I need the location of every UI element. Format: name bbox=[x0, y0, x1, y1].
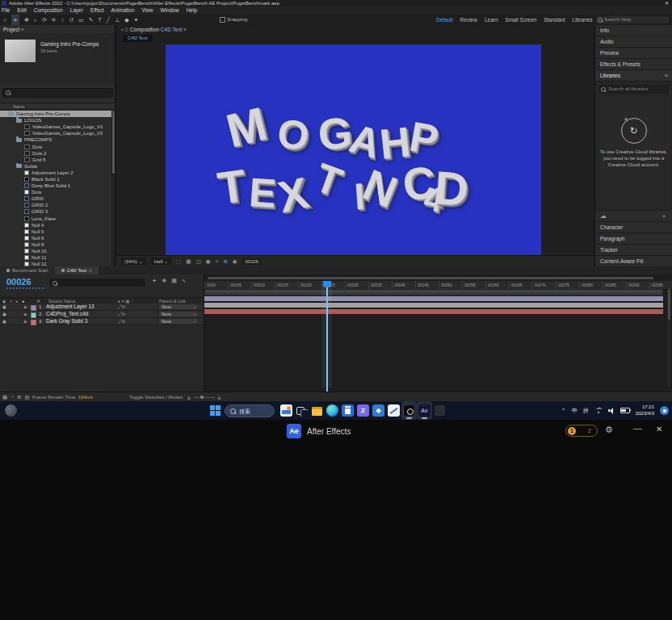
panel-tab-character[interactable]: Character bbox=[595, 222, 672, 233]
roto-brush-tool-icon[interactable]: ◆ bbox=[124, 15, 128, 25]
console-minimize-button[interactable]: — bbox=[633, 423, 642, 433]
panel-tab-tracker[interactable]: Tracker bbox=[595, 245, 672, 256]
status-icon-2[interactable]: ◔ bbox=[10, 394, 14, 400]
grid-guides-icon[interactable]: ▦ bbox=[186, 258, 191, 265]
project-item[interactable]: Dots bbox=[0, 189, 111, 195]
project-item[interactable]: Null 4 bbox=[0, 222, 111, 228]
twirl-icon[interactable]: ▶ bbox=[24, 318, 27, 325]
timeline-navigator-bar[interactable] bbox=[206, 276, 658, 279]
page-1-button[interactable]: 1 bbox=[568, 427, 576, 435]
layer-switches[interactable]: ╱ fx bbox=[118, 311, 125, 317]
volume-icon[interactable] bbox=[608, 408, 615, 414]
timeline-layer-row[interactable]: ◉▶1Adjustment Layer 13╱ fxNone bbox=[0, 304, 204, 311]
menu-composition[interactable]: Composition bbox=[34, 6, 63, 15]
workspace-review[interactable]: Review bbox=[460, 15, 477, 25]
layer-name[interactable]: C4DProj_Text.c4d bbox=[46, 311, 88, 317]
menu-edit[interactable]: Edit bbox=[17, 6, 26, 15]
active-camera-icon[interactable]: ⊕ bbox=[223, 258, 227, 265]
status-icon-1[interactable]: ▦ bbox=[2, 394, 7, 400]
snapping-toggle[interactable]: Snapping bbox=[220, 15, 247, 25]
type-tool-icon[interactable]: T bbox=[99, 15, 102, 25]
menu-view[interactable]: View bbox=[142, 6, 153, 15]
snapping-checkbox[interactable] bbox=[220, 17, 225, 23]
project-scrollbar[interactable] bbox=[111, 111, 115, 282]
battery-icon[interactable] bbox=[620, 408, 630, 413]
panel-tab-effects-presets[interactable]: Effects & Presets bbox=[595, 59, 672, 70]
timeline-layer-row[interactable]: ◉▶2C4DProj_Text.c4d╱ fxNone bbox=[0, 311, 204, 318]
timeline-toolbar-icon-1[interactable]: ✦ bbox=[152, 278, 157, 284]
ime-mode-indicator[interactable]: 拼 bbox=[583, 407, 589, 415]
project-search-input[interactable] bbox=[2, 88, 113, 98]
transparency-grid-icon[interactable]: ▣ bbox=[206, 258, 211, 265]
page-2-button[interactable]: 2 bbox=[588, 426, 591, 436]
project-item[interactable]: Dots bbox=[0, 143, 111, 149]
panel-tab-audio[interactable]: Audio bbox=[595, 36, 672, 48]
parent-link-dropdown[interactable]: None bbox=[159, 312, 198, 316]
panel-tab-paragraph[interactable]: Paragraph bbox=[595, 233, 672, 245]
status-icon-3[interactable]: ⊞ bbox=[17, 394, 21, 400]
menu-window[interactable]: Window bbox=[161, 6, 179, 15]
taskbar-search[interactable]: 搜索 bbox=[225, 404, 275, 417]
timeline-toolbar-icon-3[interactable]: ▦ bbox=[171, 278, 177, 284]
timeline-toolbar-icon-4[interactable]: ∿ bbox=[182, 278, 187, 284]
mask-toggle-icon[interactable]: ◫ bbox=[195, 258, 200, 265]
orbit-camera-tool-icon[interactable]: ⟳ bbox=[42, 15, 47, 25]
background-app-icon[interactable] bbox=[432, 401, 447, 420]
composition-panel-header[interactable]: ▪ ⚿ Composition C4D Text ≡ bbox=[116, 25, 594, 34]
notification-icon[interactable] bbox=[660, 406, 669, 415]
snapshot-icon[interactable]: ◉ bbox=[233, 258, 237, 265]
project-name-column-header[interactable]: Name bbox=[0, 103, 115, 110]
console-close-button[interactable]: ✕ bbox=[656, 425, 662, 434]
roi-icon[interactable]: ⬚ bbox=[176, 258, 181, 265]
view-layout-icon[interactable]: ⌗ bbox=[216, 258, 219, 265]
libraries-search-input[interactable]: Search all libraries bbox=[598, 85, 669, 94]
workspace-libraries[interactable]: Libraries bbox=[573, 15, 593, 25]
clone-stamp-tool-icon[interactable]: ⊥ bbox=[115, 15, 120, 25]
project-item[interactable]: GRID bbox=[0, 195, 111, 202]
workspace-learn[interactable]: Learn bbox=[485, 15, 498, 25]
timeline-current-time[interactable]: 00026 bbox=[6, 277, 32, 287]
cloud-sync-icon[interactable]: ☁ bbox=[600, 211, 607, 221]
menu-file[interactable]: File bbox=[2, 6, 10, 15]
layer-name[interactable]: Dark Gray Solid 3 bbox=[46, 318, 87, 325]
timeline-tab-c4d-text[interactable]: C4D Text≡ bbox=[55, 266, 99, 274]
after-effects-app-icon[interactable]: Ae bbox=[417, 401, 432, 420]
project-item[interactable]: Null 8 bbox=[0, 241, 111, 248]
loupedeck-app-icon[interactable] bbox=[401, 401, 417, 420]
panel-tab-libraries[interactable]: Libraries≡ bbox=[595, 70, 672, 82]
parent-link-dropdown[interactable]: None bbox=[159, 304, 198, 309]
playhead-handle[interactable] bbox=[323, 281, 331, 287]
project-item[interactable]: LOGOS bbox=[0, 117, 111, 124]
menu-help[interactable]: Help bbox=[187, 6, 197, 15]
project-item[interactable]: Adjustment Layer 2 bbox=[0, 170, 111, 176]
panel-tab-info[interactable]: Info bbox=[595, 25, 672, 36]
menu-effect[interactable]: Effect bbox=[90, 6, 104, 15]
brush-tool-icon[interactable]: ╱ bbox=[107, 15, 110, 25]
dolly-camera-tool-icon[interactable]: ↕ bbox=[61, 15, 65, 25]
puppet-pin-tool-icon[interactable]: ✦ bbox=[134, 15, 139, 25]
status-icon-4[interactable]: ▨ bbox=[25, 394, 30, 400]
store-app-icon[interactable] bbox=[340, 401, 355, 420]
ime-language-indicator[interactable]: 中 bbox=[572, 407, 578, 415]
hand-tool-icon[interactable]: ✥ bbox=[24, 15, 29, 25]
pen-tool-icon[interactable]: ✎ bbox=[89, 15, 94, 25]
tray-chevron-icon[interactable]: ⌃ bbox=[561, 408, 566, 414]
project-item[interactable]: Black Solid 1 bbox=[0, 176, 111, 182]
widgets-icon[interactable] bbox=[279, 401, 294, 420]
wifi-icon[interactable] bbox=[594, 408, 603, 414]
rotation-tool-icon[interactable]: ↺ bbox=[69, 15, 74, 25]
workspace-standard[interactable]: Standard bbox=[544, 15, 565, 25]
layer-duration-bar[interactable] bbox=[204, 309, 663, 315]
panel-menu-icon[interactable]: ≡ bbox=[89, 266, 92, 274]
project-item[interactable]: GRID 2 bbox=[0, 202, 111, 208]
project-item[interactable]: Dots 2 bbox=[0, 150, 111, 157]
clock[interactable]: 17:212023/4/3 bbox=[636, 404, 654, 417]
layer-switches[interactable]: ╱ fx bbox=[118, 318, 125, 325]
playhead-line[interactable] bbox=[326, 281, 328, 394]
timeline-layer-row[interactable]: ◉▶3Dark Gray Solid 3╱ fxNone bbox=[0, 318, 204, 325]
help-search-input[interactable]: Search Help bbox=[596, 16, 669, 23]
project-item[interactable]: Null 11 bbox=[0, 254, 111, 261]
workspace-small-screen[interactable]: Small Screen bbox=[506, 15, 537, 25]
add-library-icon[interactable]: ＋ bbox=[661, 211, 667, 221]
task-view-icon[interactable] bbox=[294, 401, 309, 420]
